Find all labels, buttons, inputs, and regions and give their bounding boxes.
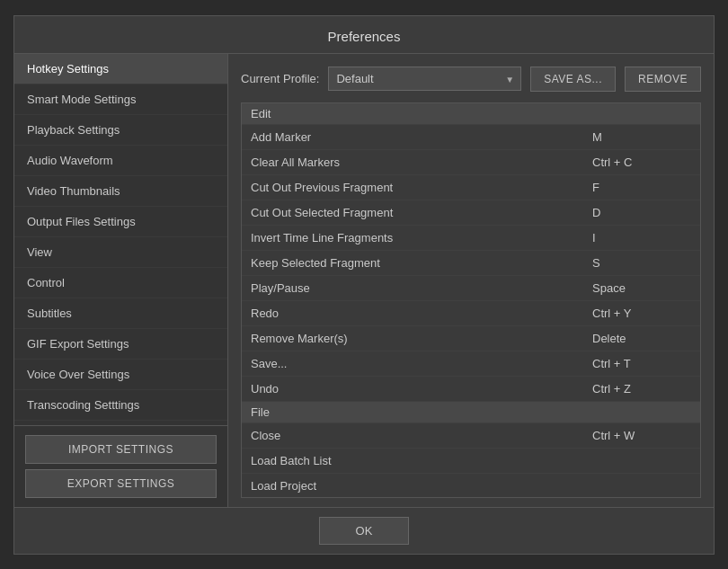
hotkey-action-label: Load Batch List [242,449,583,473]
hotkey-key-label: Ctrl + Y [583,301,700,325]
sidebar-item-view[interactable]: View [14,237,227,268]
hotkey-action-label: Clear All Markers [242,150,583,174]
hotkey-action-label: Redo [242,301,583,325]
hotkey-row[interactable]: RedoCtrl + Y [242,301,700,326]
remove-button[interactable]: REMOVE [625,67,701,92]
hotkey-row[interactable]: Play/PauseSpace [242,276,700,301]
sidebar-item-subtitles[interactable]: Subtitles [14,298,227,329]
hotkey-key-label: Delete [583,326,700,351]
hotkey-action-label: Undo [242,377,583,401]
preferences-dialog: Preferences Hotkey SettingsSmart Mode Se… [13,15,715,555]
hotkey-key-label: Ctrl + C [583,150,700,174]
hotkey-key-label: S [583,251,700,275]
sidebar-items: Hotkey SettingsSmart Mode SettingsPlayba… [14,54,227,425]
section-header-file: File [242,402,700,423]
hotkey-action-label: Save... [242,351,583,376]
hotkey-row[interactable]: Clear All MarkersCtrl + C [242,150,700,175]
sidebar-item-control[interactable]: Control [14,268,227,298]
save-as-button[interactable]: SAVE AS... [530,67,616,92]
hotkey-action-label: Remove Marker(s) [242,326,583,351]
hotkey-key-label: M [583,125,700,149]
sidebar-item-playback-settings[interactable]: Playback Settings [14,115,227,146]
sidebar-item-smart-mode-settings[interactable]: Smart Mode Settings [14,84,227,115]
profile-label: Current Profile: [241,72,319,85]
sidebar-item-voice-over-settings[interactable]: Voice Over Settings [14,360,227,390]
hotkey-action-label: Invert Time Line Fragments [242,226,583,250]
hotkey-row[interactable]: UndoCtrl + Z [242,377,700,402]
main-content: Current Profile: Default SAVE AS... REMO… [228,54,714,507]
hotkey-key-label: Ctrl + T [583,351,700,376]
hotkey-row[interactable]: Invert Time Line FragmentsI [242,226,700,251]
hotkey-row[interactable]: Cut Out Previous FragmentF [242,175,700,200]
hotkey-key-label: Ctrl + W [583,423,700,448]
hotkey-row[interactable]: Load Project [242,474,700,498]
hotkey-row[interactable]: Load Batch List [242,449,700,474]
profile-select-wrapper: Default [328,67,521,91]
hotkey-key-label: D [583,200,700,225]
hotkey-key-label: F [583,175,700,200]
hotkey-action-label: Load Project [242,474,583,498]
hotkey-content: EditAdd MarkerMClear All MarkersCtrl + C… [242,103,700,498]
sidebar-item-output-files-settings[interactable]: Output Files Settings [14,207,227,237]
hotkey-key-label: Space [583,276,700,300]
hotkey-row[interactable]: Keep Selected FragmentS [242,251,700,276]
ok-button[interactable]: OK [319,517,410,545]
sidebar-item-video-thumbnails[interactable]: Video Thumbnails [14,176,227,207]
profile-row: Current Profile: Default SAVE AS... REMO… [241,67,701,92]
hotkey-row[interactable]: Remove Marker(s)Delete [242,326,700,351]
sidebar-item-gif-export-settings[interactable]: GIF Export Settings [14,329,227,360]
hotkey-action-label: Add Marker [242,125,583,149]
dialog-footer: OK [14,507,714,554]
dialog-body: Hotkey SettingsSmart Mode SettingsPlayba… [14,54,714,507]
sidebar-item-audio-waveform[interactable]: Audio Waveform [14,146,227,176]
hotkey-row[interactable]: Add MarkerM [242,125,700,150]
hotkey-key-label [583,474,700,498]
sidebar-buttons: IMPORT SETTINGS EXPORT SETTINGS [14,425,227,507]
hotkey-action-label: Close [242,423,583,448]
hotkey-key-label [583,449,700,473]
profile-select[interactable]: Default [328,67,521,91]
hotkey-key-label: I [583,226,700,250]
import-settings-button[interactable]: IMPORT SETTINGS [25,435,217,464]
export-settings-button[interactable]: EXPORT SETTINGS [25,469,217,498]
sidebar: Hotkey SettingsSmart Mode SettingsPlayba… [14,54,228,507]
hotkey-action-label: Play/Pause [242,276,583,300]
dialog-title: Preferences [14,16,714,54]
hotkey-row[interactable]: Save...Ctrl + T [242,351,700,377]
section-header-edit: Edit [242,103,700,125]
hotkey-action-label: Keep Selected Fragment [242,251,583,275]
hotkey-action-label: Cut Out Previous Fragment [242,175,583,200]
sidebar-item-hotkey-settings[interactable]: Hotkey Settings [14,54,227,84]
hotkey-row[interactable]: CloseCtrl + W [242,423,700,449]
hotkey-action-label: Cut Out Selected Fragment [242,200,583,225]
hotkey-row[interactable]: Cut Out Selected FragmentD [242,200,700,226]
hotkey-table-container[interactable]: EditAdd MarkerMClear All MarkersCtrl + C… [241,102,701,498]
sidebar-item-transcoding-settings[interactable]: Transcoding Setttings [14,390,227,421]
hotkey-key-label: Ctrl + Z [583,377,700,401]
